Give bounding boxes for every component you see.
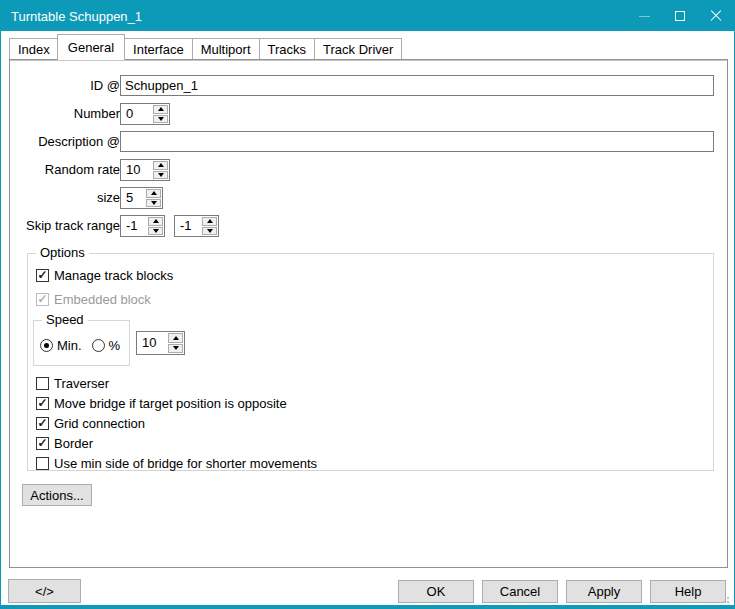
traverser-checkbox[interactable] — [36, 377, 49, 390]
speed-spin-up-button[interactable] — [168, 333, 183, 343]
tab-page-general: ID @ Number 0 Description @ Random rate … — [9, 59, 728, 568]
manage-track-blocks-label: Manage track blocks — [54, 268, 173, 283]
up-arrow-icon — [173, 336, 179, 340]
speed-spin-down-button[interactable] — [168, 344, 183, 354]
border-checkbox-row[interactable]: Border — [36, 436, 93, 451]
up-arrow-icon — [151, 191, 157, 195]
skip2-spin-up-button[interactable] — [202, 217, 217, 226]
border-label: Border — [54, 436, 93, 451]
actions-button[interactable]: Actions... — [22, 484, 92, 506]
random-rate-spin-up-button[interactable] — [153, 161, 168, 170]
caption-buttons — [626, 1, 734, 31]
skip1-spin-up-button[interactable] — [148, 217, 163, 226]
help-button[interactable]: Help — [650, 580, 726, 603]
down-arrow-icon — [151, 201, 157, 205]
description-input[interactable] — [120, 131, 714, 152]
speed-min-label: Min. — [57, 338, 82, 353]
maximize-button[interactable] — [662, 1, 698, 31]
move-bridge-checkbox-row[interactable]: Move bridge if target position is opposi… — [36, 396, 287, 411]
skip-track-range-spinner-2[interactable]: -1 — [174, 215, 219, 237]
tab-tracks[interactable]: Tracks — [259, 38, 316, 60]
skip2-spin-down-button[interactable] — [202, 227, 217, 236]
size-spin-up-button[interactable] — [146, 189, 161, 198]
use-min-side-label: Use min side of bridge for shorter movem… — [54, 456, 317, 471]
random-rate-spin-down-button[interactable] — [153, 171, 168, 180]
size-spin-down-button[interactable] — [146, 199, 161, 208]
speed-value: 10 — [137, 332, 167, 354]
resize-grip[interactable] — [719, 593, 729, 603]
options-group-label: Options — [36, 245, 89, 260]
speed-min-radio[interactable] — [40, 339, 53, 352]
traverser-checkbox-row[interactable]: Traverser — [36, 376, 109, 391]
close-icon — [710, 10, 722, 22]
description-label: Description @ — [16, 131, 120, 152]
up-arrow-icon — [158, 163, 164, 167]
up-arrow-icon — [158, 107, 164, 111]
speed-percent-radio[interactable] — [92, 339, 105, 352]
grid-connection-checkbox[interactable] — [36, 417, 49, 430]
random-rate-label: Random rate — [16, 159, 120, 180]
titlebar: Turntable Schuppen_1 — [1, 1, 734, 31]
down-arrow-icon — [207, 229, 213, 233]
number-spin-down-button[interactable] — [153, 115, 168, 124]
number-value: 0 — [121, 104, 152, 124]
code-view-button[interactable]: </> — [8, 579, 81, 603]
up-arrow-icon — [207, 219, 213, 223]
border-checkbox[interactable] — [36, 437, 49, 450]
window-border-bottom — [1, 605, 734, 608]
number-spin-up-button[interactable] — [153, 105, 168, 114]
speed-spinner[interactable]: 10 — [136, 331, 185, 355]
number-spinner[interactable]: 0 — [120, 103, 170, 125]
speed-group-label: Speed — [42, 312, 88, 327]
down-arrow-icon — [153, 229, 159, 233]
size-value: 5 — [121, 188, 145, 208]
size-spinner[interactable]: 5 — [120, 187, 163, 209]
speed-group: Speed Min. % — [33, 320, 130, 366]
maximize-icon — [675, 11, 685, 21]
use-min-side-checkbox[interactable] — [36, 457, 49, 470]
grid-connection-checkbox-row[interactable]: Grid connection — [36, 416, 145, 431]
skip-track-range-spinner-1[interactable]: -1 — [120, 215, 165, 237]
minimize-icon — [639, 16, 650, 17]
speed-radio-group: Min. % — [40, 338, 130, 353]
tab-index[interactable]: Index — [9, 38, 59, 60]
tab-interface[interactable]: Interface — [124, 38, 193, 60]
down-arrow-icon — [173, 346, 179, 350]
id-label: ID @ — [16, 75, 120, 96]
window-title: Turntable Schuppen_1 — [1, 9, 142, 24]
random-rate-value: 10 — [121, 160, 152, 180]
skip-track-range-value-2: -1 — [175, 216, 201, 236]
close-button[interactable] — [698, 1, 734, 31]
minimize-button[interactable] — [626, 1, 662, 31]
up-arrow-icon — [153, 219, 159, 223]
tab-multiport[interactable]: Multiport — [192, 38, 260, 60]
number-label: Number — [16, 103, 120, 124]
embedded-block-checkbox — [36, 293, 49, 306]
options-group: Options Manage track blocks Embedded blo… — [27, 253, 714, 471]
tab-general[interactable]: General — [57, 34, 125, 60]
skip-track-range-value-1: -1 — [121, 216, 147, 236]
down-arrow-icon — [158, 173, 164, 177]
cancel-button[interactable]: Cancel — [482, 580, 558, 603]
apply-button[interactable]: Apply — [566, 580, 642, 603]
manage-track-blocks-checkbox[interactable] — [36, 269, 49, 282]
skip1-spin-down-button[interactable] — [148, 227, 163, 236]
size-label: size — [16, 187, 120, 208]
random-rate-spinner[interactable]: 10 — [120, 159, 170, 181]
embedded-block-label: Embedded block — [54, 292, 151, 307]
dialog-window: Turntable Schuppen_1 Index General Inter… — [0, 0, 735, 609]
use-min-side-checkbox-row[interactable]: Use min side of bridge for shorter movem… — [36, 456, 317, 471]
embedded-block-checkbox-row: Embedded block — [36, 292, 151, 307]
tab-bar: Index General Interface Multiport Tracks… — [9, 34, 402, 60]
id-input[interactable] — [120, 75, 714, 96]
move-bridge-checkbox[interactable] — [36, 397, 49, 410]
traverser-label: Traverser — [54, 376, 109, 391]
skip-track-range-label: Skip track range — [16, 215, 120, 236]
speed-percent-label: % — [109, 338, 121, 353]
move-bridge-label: Move bridge if target position is opposi… — [54, 396, 287, 411]
manage-track-blocks-checkbox-row[interactable]: Manage track blocks — [36, 268, 173, 283]
grid-connection-label: Grid connection — [54, 416, 145, 431]
down-arrow-icon — [158, 117, 164, 121]
tab-track-driver[interactable]: Track Driver — [314, 38, 402, 60]
ok-button[interactable]: OK — [398, 580, 474, 603]
